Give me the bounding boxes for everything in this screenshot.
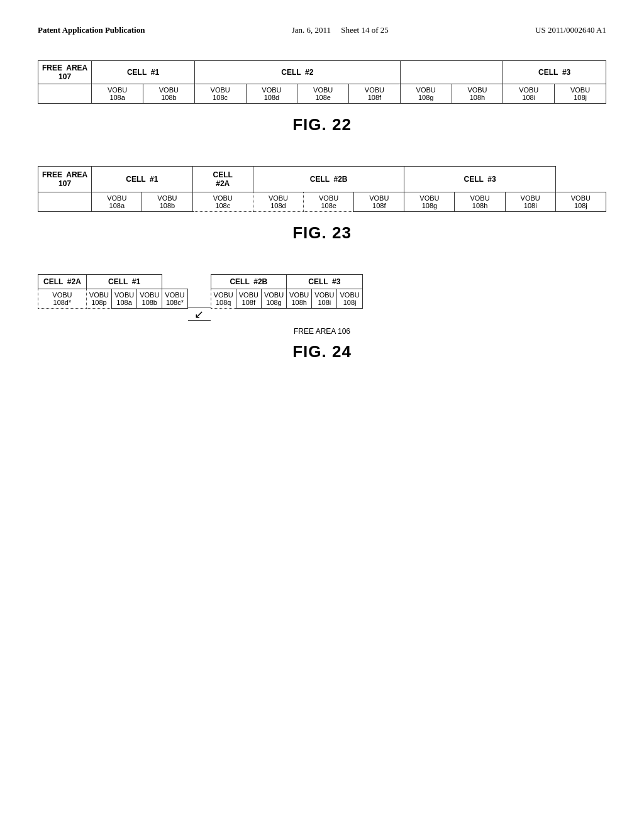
fig24-left-data-row: VOBU108d* VOBU108p VOBU108a VOBU108b VOB… <box>38 289 188 309</box>
fig23-cell1-header: CELL #1 <box>92 167 192 192</box>
fig23-vobu-108j: VOBU108j <box>555 192 606 212</box>
fig23-vobu-108h: VOBU108h <box>455 192 505 212</box>
fig24-cell3-header: CELL #3 <box>287 275 363 289</box>
fig22-empty-cell <box>38 84 92 104</box>
fig22-caption: FIG. 22 <box>38 115 606 135</box>
fig24-right-data-row: VOBU108q VOBU108f VOBU108g VOBU108h VOBU… <box>211 289 362 309</box>
fig23-vobu-108e: VOBU108e <box>304 192 354 212</box>
fig23-caption: FIG. 23 <box>38 223 606 243</box>
fig22-table: FREE AREA107 CELL #1 CELL #2 CELL #3 VOB… <box>38 60 606 104</box>
fig23-vobu-108f: VOBU108f <box>354 192 404 212</box>
fig23-table: FREE AREA107 CELL #1 CELL#2A CELL #2B CE… <box>38 166 606 212</box>
header-patent-number: US 2011/0002640 A1 <box>535 25 606 35</box>
fig22-cell1-header: CELL #1 <box>92 61 195 84</box>
fig23-vobu-108c: VOBU108c <box>192 192 253 212</box>
fig22-vobu-108i: VOBU108i <box>503 84 555 104</box>
fig23-cell2a-header: CELL#2A <box>192 167 253 192</box>
fig22-vobu-108f: VOBU108f <box>349 84 401 104</box>
fig23-vobu-108i: VOBU108i <box>505 192 555 212</box>
fig24-vobu-108j: VOBU108j <box>337 289 362 309</box>
figure-24-section: CELL #2A CELL #1 VOBU108d* VOBU108p VOBU… <box>38 274 606 362</box>
fig24-vobu-108c: VOBU108c* <box>162 289 187 309</box>
fig23-header-row: FREE AREA107 CELL #1 CELL#2A CELL #2B CE… <box>38 167 606 192</box>
fig23-vobu-108d: VOBU108d <box>253 192 303 212</box>
fig24-vobu-108i: VOBU108i <box>312 289 337 309</box>
header-sheet: Sheet 14 of 25 <box>341 25 388 35</box>
fig22-vobu-108b: VOBU108b <box>143 84 195 104</box>
fig24-cell2b-header: CELL #2B <box>211 275 287 289</box>
fig23-free-area: FREE AREA107 <box>38 167 92 192</box>
fig24-vobu-108q: VOBU108q <box>211 289 236 309</box>
fig22-vobu-108h: VOBU108h <box>452 84 503 104</box>
fig24-cell1-header: CELL #1 <box>86 275 162 289</box>
fig23-cell2b-header: CELL #2B <box>253 167 404 192</box>
fig22-vobu-108j: VOBU108j <box>555 84 606 104</box>
fig24-gap-area: ↙ <box>188 274 211 321</box>
fig23-cell3-header: CELL #3 <box>404 167 555 192</box>
fig24-vobu-108f: VOBU108f <box>236 289 261 309</box>
fig22-vobu-108c: VOBU108c <box>194 84 246 104</box>
fig24-left-table: CELL #2A CELL #1 VOBU108d* VOBU108p VOBU… <box>38 274 188 309</box>
fig23-vobu-108a: VOBU108a <box>92 192 142 212</box>
fig24-vobu-108d: VOBU108d* <box>38 289 87 309</box>
fig24-right-table: CELL #2B CELL #3 VOBU108q VOBU108f VOBU1… <box>211 274 363 309</box>
fig22-free-area: FREE AREA107 <box>38 61 92 84</box>
fig24-vobu-108b: VOBU108b <box>137 289 162 309</box>
fig22-vobu-108g: VOBU108g <box>400 84 452 104</box>
fig24-gap-line-bottom <box>188 320 211 321</box>
fig24-tables-container: CELL #2A CELL #1 VOBU108d* VOBU108p VOBU… <box>38 274 606 321</box>
fig22-header-row: FREE AREA107 CELL #1 CELL #2 CELL #3 <box>38 61 606 84</box>
fig24-gap-line-top <box>188 307 211 307</box>
fig22-data-row: VOBU108a VOBU108b VOBU108c VOBU108d VOBU… <box>38 84 606 104</box>
fig24-free-area-label: FREE AREA 106 <box>38 327 606 336</box>
header-publication-label: Patent Application Publication <box>38 25 145 35</box>
fig22-vobu-108a: VOBU108a <box>92 84 143 104</box>
page-header: Patent Application Publication Jan. 6, 2… <box>38 25 606 35</box>
fig22-cell3-header <box>400 61 503 84</box>
fig24-caption: FIG. 24 <box>38 342 606 362</box>
fig23-empty-cell <box>38 192 92 212</box>
fig24-vobu-108p: VOBU108p <box>86 289 111 309</box>
fig24-arrow: ↙ <box>188 309 211 320</box>
fig23-vobu-108b: VOBU108b <box>142 192 192 212</box>
fig22-vobu-108d: VOBU108d <box>246 84 297 104</box>
fig23-data-row: VOBU108a VOBU108b VOBU108c VOBU108d VOBU… <box>38 192 606 212</box>
figure-23-section: FREE AREA107 CELL #1 CELL#2A CELL #2B CE… <box>38 166 606 243</box>
fig22-cell3-header2: CELL #3 <box>503 61 606 84</box>
fig24-right-header-row: CELL #2B CELL #3 <box>211 275 362 289</box>
fig24-cell2a-header: CELL #2A <box>38 275 87 289</box>
figure-22-section: FREE AREA107 CELL #1 CELL #2 CELL #3 VOB… <box>38 60 606 135</box>
fig24-vobu-108a: VOBU108a <box>111 289 136 309</box>
header-date: Jan. 6, 2011 Sheet 14 of 25 <box>292 25 389 35</box>
page-container: Patent Application Publication Jan. 6, 2… <box>0 0 644 830</box>
fig24-vobu-108g: VOBU108g <box>261 289 286 309</box>
fig24-vobu-108h: VOBU108h <box>287 289 312 309</box>
fig23-vobu-108g: VOBU108g <box>404 192 455 212</box>
fig22-cell2-header: CELL #2 <box>194 61 400 84</box>
fig24-left-header-row: CELL #2A CELL #1 <box>38 275 188 289</box>
fig22-vobu-108e: VOBU108e <box>297 84 349 104</box>
